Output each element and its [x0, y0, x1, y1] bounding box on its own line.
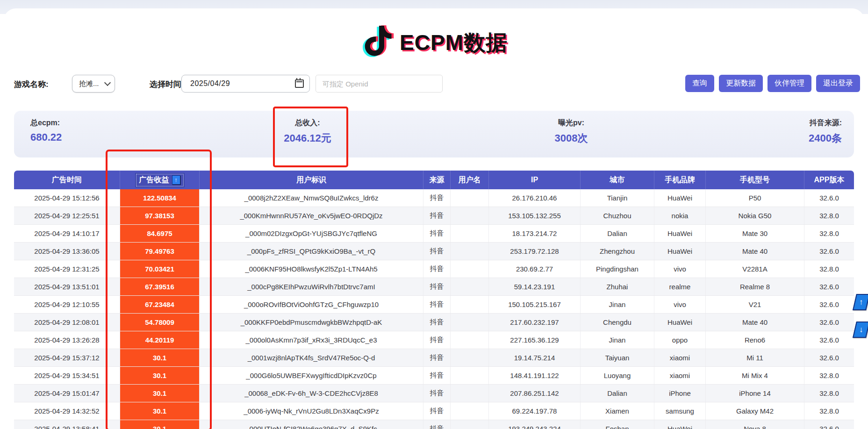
table-cell: _00068_eDK-Fv-6h_W-3-CDE2hcCVjz8E8: [200, 385, 423, 402]
table-cell: [451, 243, 489, 260]
table-cell: Nova 8: [706, 420, 804, 429]
table-cell: Mi Mix 4: [706, 367, 804, 384]
table-cell: _0006KNF95HO8lkwsfyK2l5Zp1-LTN4Ah5: [200, 260, 423, 278]
table-cell: _000KmHwnnRU57AYe_oKv5jwEO-0RDQjDz: [200, 207, 423, 224]
table-cell: 抖音: [423, 278, 451, 295]
table-cell: Mi 11: [706, 349, 804, 366]
table-cell: 230.69.2.77: [489, 260, 581, 278]
table-row: 2025-04-29 15:01:4730.1_00068_eDK-Fv-6h_…: [14, 385, 854, 402]
table-cell: 抖音: [423, 314, 451, 331]
query-button[interactable]: 查询: [685, 75, 714, 92]
table-cell: Zhengzhou: [581, 243, 654, 260]
table-cell: 153.105.132.255: [489, 207, 581, 224]
table-cell: 2025-04-29 12:10:55: [14, 296, 120, 313]
table-cell: Galaxy M42: [706, 402, 804, 420]
table-cell: 69.224.197.78: [489, 402, 581, 420]
sort-ascending-badge[interactable]: ↑: [172, 175, 180, 185]
table-cell: [451, 207, 489, 224]
table-row: 2025-04-29 13:58:4130.1_000UTIoN-fCI82We…: [14, 420, 854, 429]
col-username: 用户名: [451, 171, 489, 189]
table-cell: Mate 30: [706, 225, 804, 242]
logout-button[interactable]: 退出登录: [816, 75, 860, 92]
revenue-cell: 30.1: [120, 402, 200, 420]
table-cell: 2025-04-29 14:32:52: [14, 402, 120, 420]
table-cell: vivo: [654, 296, 706, 313]
data-table: 广告时间广告收益↑用户标识来源用户名IP城市手机品牌手机型号APP版本 2025…: [14, 171, 854, 429]
stat-label: 总ecpm:: [30, 118, 62, 128]
tiktok-note-icon: [360, 24, 395, 62]
table-cell: 253.179.72.128: [489, 243, 581, 260]
openid-input[interactable]: [316, 75, 443, 93]
partner-manage-button[interactable]: 伙伴管理: [768, 75, 811, 92]
table-cell: Dalian: [581, 385, 654, 402]
table-cell: 2025-04-29 15:34:51: [14, 367, 120, 384]
table-cell: [451, 402, 489, 420]
table-cell: 32.6.0: [804, 420, 854, 429]
table-cell: 193.249.243.224: [489, 420, 581, 429]
table-cell: 2025-04-29 13:51:01: [14, 278, 120, 295]
col-phone-model: 手机型号: [706, 171, 804, 189]
table-cell: 抖音: [423, 189, 451, 207]
table-cell: [451, 367, 489, 384]
table-cell: 抖音: [423, 367, 451, 384]
table-cell: 抖音: [423, 402, 451, 420]
table-cell: 148.41.191.122: [489, 367, 581, 384]
table-cell: _0001wzj8nlApTK4fs_SrdV47Re5oc-Q-d: [200, 349, 423, 366]
table-cell: HuaWei: [654, 189, 706, 207]
revenue-cell: 97.38153: [120, 207, 200, 224]
table-cell: Reno6: [706, 331, 804, 349]
revenue-sort-control[interactable]: 广告收益↑: [136, 174, 184, 186]
table-row: 2025-04-29 12:10:5567.23484_000oROvIfBOt…: [14, 296, 854, 314]
revenue-cell: 30.1: [120, 367, 200, 384]
col-user-id: 用户标识: [200, 171, 423, 189]
revenue-cell: 84.6975: [120, 225, 200, 242]
game-select[interactable]: 抢滩...: [72, 75, 115, 93]
up-arrow-icon: ↑: [859, 298, 863, 307]
table-cell: vivo: [654, 260, 706, 278]
revenue-cell: 67.39516: [120, 278, 200, 295]
table-row: 2025-04-29 12:08:0154.78009_000KKFP0ebdP…: [14, 314, 854, 331]
table-cell: 32.8.0: [804, 225, 854, 242]
game-select-value: 抢滩...: [79, 79, 105, 88]
table-row: 2025-04-29 12:31:2570.03421_0006KNF95HO8…: [14, 260, 854, 278]
stat-total-income: 总收入: 2046.12元: [261, 118, 354, 145]
table-cell: [451, 385, 489, 402]
table-cell: 2025-04-29 13:26:28: [14, 331, 120, 349]
table-cell: 抖音: [423, 349, 451, 366]
table-cell: 32.6.0: [804, 296, 854, 313]
table-cell: [451, 296, 489, 313]
table-cell: _0008j2hZ2XEaw_NmwSQ8uIZwkcs_ldr6z: [200, 189, 423, 207]
stat-exposure-pv: 曝光pv: 3008次: [524, 118, 618, 145]
table-cell: [451, 314, 489, 331]
table-cell: 59.14.23.191: [489, 278, 581, 295]
table-cell: 2025-04-29 13:36:05: [14, 243, 120, 260]
table-cell: P50: [706, 189, 804, 207]
table-row: 2025-04-29 13:26:2844.20119_000ol0AsKmn7…: [14, 331, 854, 349]
table-header: 广告时间广告收益↑用户标识来源用户名IP城市手机品牌手机型号APP版本: [14, 171, 854, 189]
table-cell: 32.8.0: [804, 385, 854, 402]
table-cell: 2025-04-29 14:10:17: [14, 225, 120, 242]
table-cell: [451, 278, 489, 295]
col-ad-revenue[interactable]: 广告收益↑: [120, 171, 200, 189]
table-cell: 32.6.0: [804, 278, 854, 295]
date-input[interactable]: 2025/04/29: [181, 75, 310, 93]
table-body: 2025-04-29 15:12:56122.50834_0008j2hZ2XE…: [14, 189, 854, 429]
table-cell: 2025-04-29 13:58:41: [14, 420, 120, 429]
table-cell: [451, 420, 489, 429]
table-cell: [451, 189, 489, 207]
stat-label: 抖音来源:: [748, 118, 842, 128]
table-cell: Jinan: [581, 296, 654, 313]
table-cell: [451, 349, 489, 366]
revenue-cell: 79.49763: [120, 243, 200, 260]
calendar-icon[interactable]: [295, 79, 304, 88]
table-cell: _000G6lo5UWBEFXwygIfticdDIpKzvz0Cp: [200, 367, 423, 384]
refresh-data-button[interactable]: 更新数据: [719, 75, 763, 92]
stat-label: 曝光pv:: [524, 118, 618, 128]
table-cell: Mate 40: [706, 314, 804, 331]
table-cell: V21: [706, 296, 804, 313]
revenue-cell: 30.1: [120, 349, 200, 366]
revenue-cell: 122.50834: [120, 189, 200, 207]
table-cell: iPhone: [654, 385, 706, 402]
table-cell: 32.8.0: [804, 260, 854, 278]
table-cell: 抖音: [423, 243, 451, 260]
